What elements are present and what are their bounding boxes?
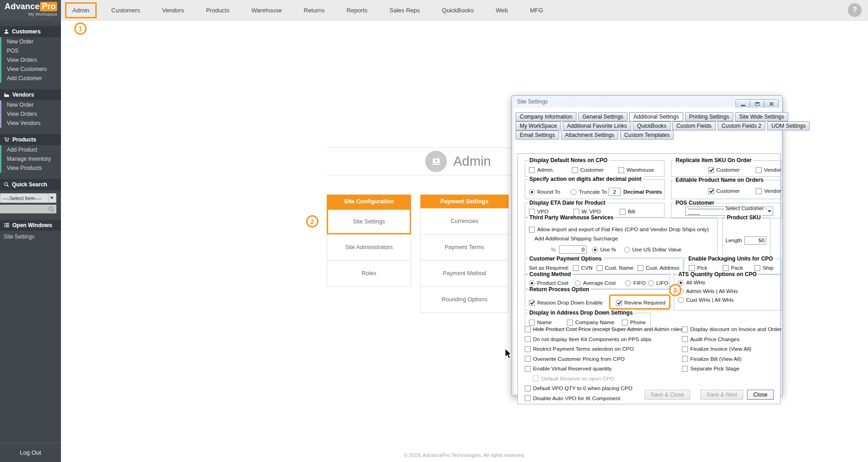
nav-item-mfg[interactable]: MFG <box>528 2 544 18</box>
save-and-next-button[interactable]: Save & Next <box>700 390 743 400</box>
nav-item-web[interactable]: Web <box>494 2 510 18</box>
radio-use[interactable]: Use % <box>592 246 624 253</box>
select-arrow-button[interactable] <box>48 194 55 202</box>
checkbox-w-vpo[interactable]: W. VPO <box>573 208 620 215</box>
checkbox-company-name[interactable]: Company Name <box>567 319 622 326</box>
checkbox-vendor[interactable]: Vendor <box>756 167 781 173</box>
checkbox-hide-product-cost-price-except-super-admin-and-admin-roles[interactable]: Hide Product Cost Price (except Super Ad… <box>525 325 678 333</box>
checkbox-finalize-invoice-view-all[interactable]: Finalize Invoice (View All) <box>682 345 780 353</box>
nav-item-customers[interactable]: Customers <box>110 2 142 18</box>
tab-custom-fields-2[interactable]: Custom Fields 2 <box>718 121 766 130</box>
minimize-button[interactable] <box>736 99 750 108</box>
checkbox-bill[interactable]: Bill <box>620 208 635 215</box>
sidebar-item-view-customers[interactable]: View Customers <box>0 65 61 74</box>
tab-additional-settings[interactable]: Additional Settings <box>629 112 683 121</box>
sidebar-item-vendors-view-orders[interactable]: View Orders <box>0 109 61 119</box>
quick-search-select[interactable]: ----Select Item---- <box>0 193 56 203</box>
checkbox-cust-address[interactable]: Cust. Address <box>637 265 679 271</box>
tab-additional-favorite-links[interactable]: Additional Favorite Links <box>563 121 631 130</box>
checkbox-pick[interactable]: Pick <box>689 265 723 271</box>
checkbox-audit-price-changes[interactable]: Audit Price Changes <box>682 335 780 343</box>
checkbox-cvn[interactable]: CVN <box>573 265 593 271</box>
close-window-button[interactable] <box>764 99 779 108</box>
tab-custom-templates[interactable]: Custom Templates <box>620 130 674 140</box>
checkbox-restrict-payment-terms-selection-on-cpo[interactable]: Restrict Payment Terms selection on CPO <box>525 345 678 353</box>
radio-round-to[interactable]: Round To <box>529 189 571 195</box>
search-icon[interactable] <box>48 206 55 212</box>
sidebar-item-customers-new-order[interactable]: New Order <box>0 37 61 46</box>
nav-item-admin[interactable]: Admin <box>65 2 97 18</box>
nav-item-vendors[interactable]: Vendors <box>161 2 186 18</box>
nav-item-reports[interactable]: Reports <box>345 2 369 18</box>
tab-attachment-settings[interactable]: Attachment Settings <box>561 130 618 140</box>
panel-item-payment-terms[interactable]: Payment Terms <box>420 234 509 261</box>
checkbox-vpo[interactable]: VPO <box>529 208 573 215</box>
checkbox-name[interactable]: Name <box>529 319 567 326</box>
sidebar-item-view-vendors[interactable]: View Vendors <box>0 119 61 128</box>
close-button[interactable]: Close <box>747 390 774 400</box>
sidebar-item-add-customer[interactable]: Add Customer <box>0 74 61 83</box>
checkbox-cust-name[interactable]: Cust. Name <box>597 265 633 271</box>
checkbox-separate-pick-stage[interactable]: Separate Pick Stage <box>682 364 780 373</box>
radio-fifo[interactable]: FIFO <box>625 280 648 286</box>
open-window-site-settings[interactable]: Site Settings <box>0 231 61 241</box>
checkbox-enable-virtual-reserved-quantity[interactable]: Enable Virtual Reserved quantity <box>525 364 678 373</box>
sidebar-item-pos[interactable]: POS <box>0 46 61 55</box>
checkbox-finalize-bill-view-all[interactable]: Finalize Bill (View All) <box>682 355 780 363</box>
maximize-button[interactable] <box>750 99 764 108</box>
checkbox-overwrite-customer-pricing-from-cpo[interactable]: Overwrite Customer Pricing from CPO <box>525 355 678 363</box>
checkbox-allow-flat-files[interactable]: Allow import and export of Flat Files (C… <box>529 226 709 233</box>
tab-custom-fields[interactable]: Custom Fields <box>672 121 716 130</box>
radio-truncate-to[interactable]: Truncate To <box>571 189 609 195</box>
quick-search-input[interactable] <box>2 206 48 212</box>
panel-item-site-settings[interactable]: Site Settings <box>327 208 411 234</box>
logout-button[interactable]: Log Out <box>0 443 61 462</box>
checkbox-admin[interactable]: Admin. <box>529 167 572 173</box>
radio-average-cost[interactable]: Average Cost <box>575 280 625 286</box>
radio-admin-whs-all-whs[interactable]: Admin WHs | All WHs <box>678 288 738 294</box>
checkbox-display-discount-on-invoice-and-order[interactable]: Display discount on Invoice and Order <box>682 325 780 333</box>
checkbox-customer[interactable]: Customer <box>572 167 618 173</box>
panel-item-payment-method[interactable]: Payment Method <box>420 261 509 287</box>
radio-all-whs[interactable]: All WHs <box>678 279 705 286</box>
nav-item-returns[interactable]: Returns <box>302 2 326 18</box>
panel-item-currencies[interactable]: Currencies <box>420 208 509 234</box>
checkbox-warehouse[interactable]: Warehouse <box>618 167 654 173</box>
tab-uom-settings[interactable]: UOM Settings <box>767 121 810 130</box>
surcharge-input[interactable] <box>559 245 587 254</box>
panel-item-site-administrators[interactable]: Site Administrators <box>327 234 411 261</box>
sidebar-item-customers-view-orders[interactable]: View Orders <box>0 55 61 65</box>
panel-item-rounding-options[interactable]: Rounding Options <box>420 287 509 313</box>
checkbox-reason-drop-down-enable[interactable]: Reason Drop Down Enable <box>529 299 616 306</box>
radio-cust-whs-all-whs[interactable]: Cust WHs | All WHs <box>678 297 734 303</box>
sku-length-input[interactable] <box>744 236 766 245</box>
sidebar-item-vendors-new-order[interactable]: New Order <box>0 100 61 109</box>
checkbox-default-reserve-on-open-cpo[interactable]: Default Reserve on open CPO <box>533 375 678 383</box>
tab-company-information[interactable]: Company Information <box>516 112 577 121</box>
tab-printing-settings[interactable]: Printing Settings <box>685 112 733 121</box>
tab-my-workspace[interactable]: My WorkSpace <box>516 121 561 130</box>
checkbox-do-not-display-item-kit-components-on-pps-slips[interactable]: Do not display Item Kit Components on PP… <box>525 335 678 343</box>
nav-item-warehouse[interactable]: Warehouse <box>250 2 283 18</box>
checkbox-ship[interactable]: Ship <box>754 265 774 271</box>
sidebar-item-view-products[interactable]: View Products <box>0 163 61 173</box>
radio-use-us-dollar-value[interactable]: Use US Dollar Value <box>624 246 681 253</box>
sidebar-item-add-product[interactable]: Add Product <box>0 145 61 154</box>
nav-item-quickbooks[interactable]: QuickBooks <box>440 2 475 18</box>
radio-product-cost[interactable]: Product Cost <box>529 280 575 286</box>
nav-item-products[interactable]: Products <box>204 2 231 18</box>
tab-site-wide-settings[interactable]: Site Wide Settings <box>735 112 788 121</box>
nav-item-sales-reps[interactable]: Sales Reps <box>388 2 421 18</box>
checkbox-customer[interactable]: Customer <box>708 167 756 173</box>
sidebar-item-manage-inventory[interactable]: Manage Inventory <box>0 154 61 163</box>
help-icon[interactable]: ? <box>848 3 862 17</box>
decimal-points-input[interactable] <box>609 188 621 196</box>
tab-email-settings[interactable]: Email Settings <box>516 130 559 140</box>
checkbox-customer[interactable]: Customer <box>708 188 756 194</box>
checkbox-vendor[interactable]: Vendor <box>756 188 781 194</box>
checkbox-pack[interactable]: Pack <box>723 265 754 271</box>
panel-item-roles[interactable]: Roles <box>327 261 411 287</box>
checkbox-phone[interactable]: Phone <box>622 319 646 326</box>
save-and-close-button[interactable]: Save & Close <box>644 390 690 400</box>
tab-general-settings[interactable]: General Settings <box>578 112 627 121</box>
